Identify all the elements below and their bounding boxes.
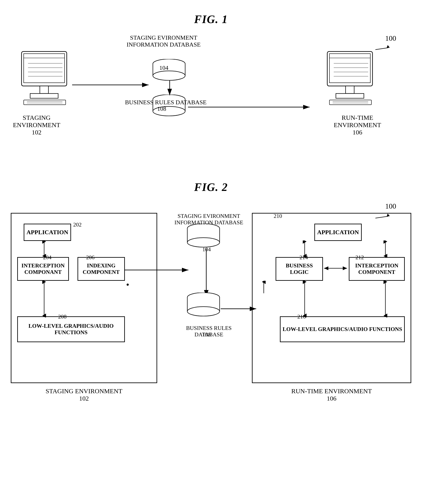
arrow-int-to-ll-rt <box>382 281 389 317</box>
staging-monitor-svg <box>17 47 73 108</box>
staging-env-label-fig1: STAGING ENVIRONMENT 102 <box>6 114 67 136</box>
arrow-app-to-bl-rt <box>301 240 308 258</box>
app-runtime-box: APPLICATION <box>314 224 362 241</box>
svg-point-63 <box>187 307 220 316</box>
fig1-area: 100 STAGING ENVIRONMENT 102 <box>0 30 422 163</box>
runtime-env-num: 106 <box>321 129 394 136</box>
fig1-ref100: 100 <box>385 34 396 42</box>
svg-rect-6 <box>30 94 58 98</box>
db-top-fig1 <box>151 59 187 81</box>
svg-point-56 <box>187 238 220 247</box>
ref-208: 208 <box>58 313 66 320</box>
svg-rect-39 <box>329 100 371 105</box>
business-logic-box: BUSINESSLOGIC <box>275 257 323 281</box>
arrow-db-down <box>166 81 174 98</box>
fig2-ref100: 100 <box>385 202 396 210</box>
arrow-staging-to-db <box>72 81 152 89</box>
runtime-env-text: RUN-TIME ENVIRONMENT <box>321 114 394 129</box>
svg-rect-33 <box>346 86 354 94</box>
db-num-104-fig1: 104 <box>159 64 168 71</box>
center-db-label-fig2: STAGING EVIRONMENT INFORMATION DATABASE <box>168 213 250 226</box>
ref-210: 210 <box>274 213 282 219</box>
fig2-area: 100 APPLICATION 202 INTERCEPTIONCOMPONAN… <box>0 200 422 428</box>
staging-env-text: STAGING ENVIRONMENT <box>6 114 67 129</box>
arrow-app-to-interception <box>42 240 48 258</box>
runtime-computer-fig1 <box>323 47 379 108</box>
dot-marker <box>127 284 129 286</box>
arrow-center-db-down <box>202 248 210 296</box>
staging-env-num: 102 <box>6 129 67 136</box>
arrow-db-to-runtime <box>188 103 313 111</box>
staging-computer-fig1 <box>17 47 73 108</box>
center-db-bot <box>185 293 222 317</box>
lowlevel-runtime-box: LOW-LEVEL GRAPHICS/AUDIO FUNCTIONS <box>280 316 405 342</box>
arrow-bl-to-int-rt <box>323 265 349 271</box>
db-bottom-fig1 <box>151 95 187 117</box>
lowlevel-staging-box: LOW-LEVEL GRAPHICS/AUDIO FUNCTIONS <box>17 316 125 342</box>
arrow-indexing-to-db <box>125 267 192 273</box>
staging-box-label-fig2: STAGING ENVIRONMENT 102 <box>11 387 157 402</box>
arrow-interception-to-lowlevel <box>42 281 48 317</box>
svg-rect-34 <box>336 94 364 98</box>
runtime-box-label-fig2: RUN-TIME ENVIRONMENT 106 <box>252 387 411 402</box>
arrow-bl-to-ll-rt <box>301 281 308 317</box>
svg-point-18 <box>153 71 185 80</box>
ref-206: 206 <box>86 254 94 261</box>
svg-rect-11 <box>24 100 66 105</box>
runtime-monitor-svg <box>323 47 379 108</box>
arrow-app-to-int-rt <box>382 240 389 258</box>
ref-212: 212 <box>356 254 364 261</box>
svg-rect-5 <box>40 86 48 94</box>
ref-202: 202 <box>73 222 82 228</box>
center-db-top <box>185 224 222 248</box>
center-db-108: 108 <box>202 331 211 338</box>
runtime-env-label-fig1: RUN-TIME ENVIRONMENT 106 <box>321 114 394 136</box>
db-num-108-fig1: 108 <box>157 105 166 112</box>
staging-db-label: STAGING EVIRONMENT INFORMATION DATABASE <box>121 34 207 48</box>
fig1-title: FIG. 1 <box>0 0 422 26</box>
fig2-title: FIG. 2 <box>0 163 422 193</box>
app-staging-box: APPLICATION <box>24 224 71 241</box>
indexing-box: INDEXINGCOMPONENT <box>77 257 125 281</box>
svg-marker-1 <box>386 45 390 49</box>
